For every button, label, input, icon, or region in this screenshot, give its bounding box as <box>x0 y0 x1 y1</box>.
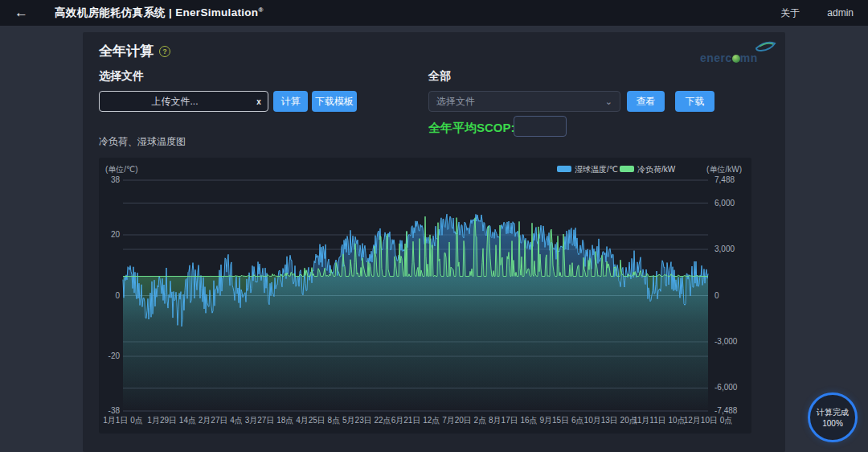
clear-icon[interactable]: x <box>250 97 268 106</box>
left-axis-tick: -20 <box>108 351 121 360</box>
left-axis-unit: (单位/℃) <box>105 165 138 174</box>
legend-label: 冷负荷/kW <box>637 165 676 174</box>
progress-text: 计算完成 <box>817 407 849 418</box>
registered-mark: ® <box>258 6 263 14</box>
wetbulb-area <box>123 214 708 411</box>
chevron-down-icon: ⌄ <box>605 97 612 107</box>
x-axis-tick: 9月15日 6点 <box>539 416 583 425</box>
page-title: 全年计算 ? <box>99 42 170 60</box>
legend-label: 湿球温度/℃ <box>575 165 618 174</box>
upload-placeholder: 上传文件... <box>100 95 250 109</box>
x-axis-tick: 6月21日 12点 <box>391 416 440 425</box>
right-axis-tick: 3,000 <box>714 244 735 253</box>
upload-section-label: 选择文件 <box>99 69 144 84</box>
left-axis-tick: 38 <box>111 175 121 184</box>
download-button[interactable]: 下载 <box>675 91 714 112</box>
calc-progress-indicator: 计算完成 100% <box>808 392 858 442</box>
about-link[interactable]: 关于 <box>780 6 800 20</box>
right-axis-tick: 6,000 <box>714 199 735 208</box>
all-section-label: 全部 <box>428 69 451 84</box>
calculate-button[interactable]: 计算 <box>273 91 308 112</box>
content-card: 全年计算 ? enercmn 选择文件 全部 上传文件... x 计算 下载模板… <box>83 32 785 452</box>
x-axis-tick: 4月25日 8点 <box>296 416 340 425</box>
x-axis-tick: 1月1日 0点 <box>103 416 142 425</box>
x-axis-tick: 7月20日 2点 <box>442 416 486 425</box>
legend-item[interactable]: 湿球温度/℃ <box>557 165 618 174</box>
chart-title: 冷负荷、湿球温度图 <box>99 135 186 149</box>
right-axis-tick: 0 <box>714 291 719 300</box>
left-axis-tick: -38 <box>108 406 121 415</box>
legend-swatch <box>557 166 571 172</box>
topbar: ← 高效机房能耗仿真系统 | EnerSimulation® 关于 admin <box>0 0 868 26</box>
scop-value-input[interactable] <box>514 116 567 137</box>
download-template-button[interactable]: 下载模板 <box>312 91 357 112</box>
right-axis-tick: -7,488 <box>714 406 738 415</box>
help-icon[interactable]: ? <box>159 46 170 57</box>
legend-swatch <box>620 166 634 172</box>
x-axis-tick: 8月17日 16点 <box>489 416 538 425</box>
select-placeholder: 选择文件 <box>436 95 605 109</box>
back-icon[interactable]: ← <box>14 5 35 21</box>
right-axis-tick: -3,000 <box>714 337 738 346</box>
progress-percent: 100% <box>822 419 843 428</box>
upload-file-input[interactable]: 上传文件... x <box>99 91 268 112</box>
app-title: 高效机房能耗仿真系统 | EnerSimulation® <box>55 6 264 20</box>
scop-label: 全年平均SCOP: <box>428 117 515 138</box>
left-axis-tick: 20 <box>111 230 121 239</box>
x-axis-tick: 12月10日 0点 <box>684 416 733 425</box>
globe-icon <box>732 55 740 63</box>
right-axis-unit: (单位/kW) <box>706 165 742 174</box>
brand-logo: enercmn <box>700 39 777 66</box>
chart-panel: (单位/℃)(单位/kW)38200-20-387,4886,0003,0000… <box>99 158 751 434</box>
x-axis-tick: 11月11日 10点 <box>633 416 686 425</box>
x-axis-tick: 3月27日 18点 <box>245 416 294 425</box>
legend-item[interactable]: 冷负荷/kW <box>620 165 676 174</box>
x-axis-tick: 10月13日 20点 <box>584 416 637 425</box>
chart-canvas: (单位/℃)(单位/kW)38200-20-387,4886,0003,0000… <box>99 158 751 434</box>
view-button[interactable]: 查看 <box>627 91 665 112</box>
x-axis-tick: 5月23日 22点 <box>342 416 391 425</box>
left-axis-tick: 0 <box>115 291 120 300</box>
file-select[interactable]: 选择文件 ⌄ <box>428 91 620 112</box>
x-axis-tick: 2月27日 4点 <box>199 416 243 425</box>
x-axis-tick: 1月29日 14点 <box>147 416 196 425</box>
right-axis-tick: -6,000 <box>714 383 738 392</box>
user-menu[interactable]: admin <box>827 7 854 18</box>
right-axis-tick: 7,488 <box>714 175 735 184</box>
logo-text: enercmn <box>700 51 758 64</box>
